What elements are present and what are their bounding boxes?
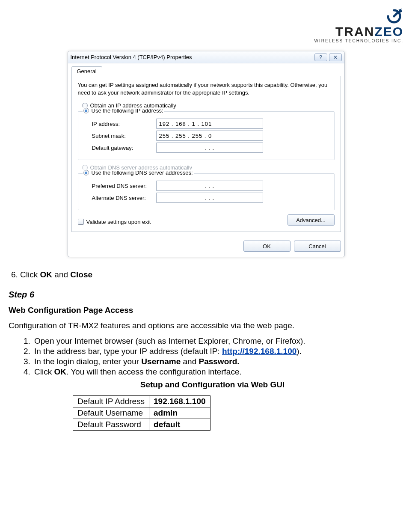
cancel-button[interactable]: Cancel bbox=[294, 241, 341, 252]
radio-icon bbox=[83, 170, 89, 175]
ip-address-input[interactable]: 192 . 168 . 1 . 101 bbox=[156, 119, 263, 129]
table-row: Default Password default bbox=[73, 419, 210, 431]
alt-dns-label: Alternate DNS server: bbox=[84, 195, 156, 201]
ip-address-panel: Obtain an IP address automatically Use t… bbox=[78, 102, 335, 160]
ip-manual-group: Use the following IP address: IP address… bbox=[78, 111, 335, 160]
cell-default-user-label: Default Username bbox=[73, 407, 149, 419]
default-ip-link[interactable]: http://192.168.1.100 bbox=[222, 347, 296, 356]
brand-wordmark-zeo: ZEO bbox=[374, 24, 403, 39]
brand-wordmark: TRANZEO bbox=[314, 25, 403, 38]
titlebar-text: Internet Protocol Version 4 (TCP/IPv4) P… bbox=[71, 54, 313, 60]
brand-wordmark-tran: TRAN bbox=[335, 24, 374, 39]
cell-default-ip-value: 192.168.1.100 bbox=[149, 396, 210, 407]
intro-paragraph: Configuration of TR-MX2 features and opt… bbox=[9, 321, 403, 330]
row-subnet: Subnet mask: 255 . 255 . 255 . 0 bbox=[84, 131, 328, 141]
subnet-input[interactable]: 255 . 255 . 255 . 0 bbox=[156, 131, 263, 141]
radio-dns-manual-label: Use the following DNS server addresses: bbox=[92, 169, 193, 176]
validate-advanced-row: Validate settings upon exit Advanced... bbox=[78, 214, 335, 226]
titlebar: Internet Protocol Version 4 (TCP/IPv4) P… bbox=[68, 51, 344, 63]
list-item: Open your Internet browser (such as Inte… bbox=[33, 336, 403, 346]
row-ip-address: IP address: 192 . 168 . 1 . 101 bbox=[84, 119, 328, 129]
subsection-heading: Setup and Configuration via Web GUI bbox=[21, 380, 403, 389]
radio-ip-manual-label: Use the following IP address: bbox=[92, 107, 163, 114]
instruction-list: Open your Internet browser (such as Inte… bbox=[9, 336, 403, 377]
radio-ip-manual[interactable]: Use the following IP address: bbox=[83, 107, 164, 114]
table-row: Default Username admin bbox=[73, 407, 210, 419]
tab-general[interactable]: General bbox=[71, 66, 102, 76]
ipv4-properties-dialog: Internet Protocol Version 4 (TCP/IPv4) P… bbox=[68, 51, 345, 257]
alt-dns-input[interactable]: . . . bbox=[156, 193, 263, 203]
section-heading: Web Configuration Page Access bbox=[9, 306, 403, 315]
gateway-label: Default gateway: bbox=[84, 145, 156, 151]
cell-default-pass-value: default bbox=[149, 419, 210, 431]
dialog-button-row: OK Cancel bbox=[68, 236, 344, 257]
row-alt-dns: Alternate DNS server: . . . bbox=[84, 193, 328, 203]
brand-icon bbox=[385, 9, 403, 24]
tab-row: General bbox=[71, 66, 341, 76]
ok-button[interactable]: OK bbox=[243, 241, 290, 252]
cell-default-user-value: admin bbox=[149, 407, 210, 419]
row-pref-dns: Preferred DNS server: . . . bbox=[84, 181, 328, 191]
instruction-step-6: 6. Click OK and Close bbox=[11, 270, 403, 279]
cell-default-pass-label: Default Password bbox=[73, 419, 149, 431]
gateway-input[interactable]: . . . bbox=[156, 143, 263, 153]
brand-tagline: WIRELESS TECHNOLOGIES INC. bbox=[314, 39, 403, 43]
list-item: In the login dialog, enter your Username… bbox=[33, 357, 403, 366]
titlebar-close-button[interactable]: ✕ bbox=[329, 53, 342, 61]
dns-manual-group: Use the following DNS server addresses: … bbox=[78, 173, 335, 210]
step-heading: Step 6 bbox=[9, 290, 403, 300]
dns-panel: Obtain DNS server address automatically … bbox=[78, 164, 335, 210]
validate-checkbox[interactable]: Validate settings upon exit bbox=[78, 219, 151, 225]
titlebar-help-button[interactable]: ? bbox=[314, 53, 327, 61]
radio-dns-manual[interactable]: Use the following DNS server addresses: bbox=[83, 169, 194, 176]
pref-dns-label: Preferred DNS server: bbox=[84, 183, 156, 189]
table-row: Default IP Address 192.168.1.100 bbox=[73, 396, 210, 407]
list-item: Click OK. You will then access the confi… bbox=[33, 367, 403, 377]
defaults-table: Default IP Address 192.168.1.100 Default… bbox=[73, 395, 210, 431]
validate-label: Validate settings upon exit bbox=[86, 219, 151, 225]
subnet-label: Subnet mask: bbox=[84, 133, 156, 139]
advanced-button[interactable]: Advanced... bbox=[288, 214, 335, 226]
list-item: In the address bar, type your IP address… bbox=[33, 347, 403, 356]
brand-logo: TRANZEO WIRELESS TECHNOLOGIES INC. bbox=[314, 9, 403, 43]
ip-address-label: IP address: bbox=[84, 121, 156, 127]
brand-header: TRANZEO WIRELESS TECHNOLOGIES INC. bbox=[9, 9, 403, 43]
cell-default-ip-label: Default IP Address bbox=[73, 396, 149, 407]
pref-dns-input[interactable]: . . . bbox=[156, 181, 263, 191]
row-gateway: Default gateway: . . . bbox=[84, 143, 328, 153]
radio-icon bbox=[83, 108, 89, 113]
checkbox-icon bbox=[78, 219, 84, 225]
ip-description: You can get IP settings assigned automat… bbox=[78, 81, 335, 96]
